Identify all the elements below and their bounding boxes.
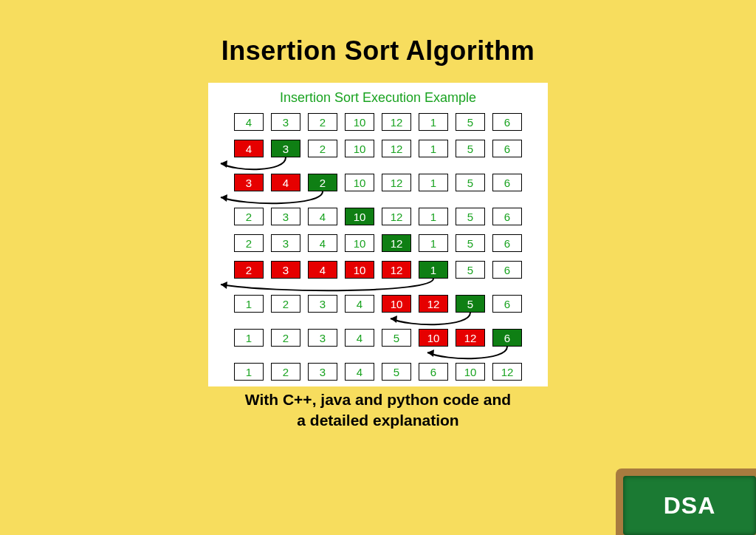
array-cell: 1 <box>419 208 448 225</box>
sort-step-row: 4321012156 <box>216 140 540 157</box>
sort-step-row: 3421012156 <box>216 174 540 191</box>
array-cell: 12 <box>492 363 522 381</box>
array-row: 1234510126 <box>216 329 540 347</box>
array-row: 4321012156 <box>216 140 540 157</box>
array-cell: 5 <box>456 234 485 252</box>
array-cell: 10 <box>345 174 374 191</box>
array-cell: 4 <box>345 329 374 347</box>
array-cell: 5 <box>456 113 485 131</box>
dsa-badge-text: DSA <box>664 492 716 519</box>
array-cell: 10 <box>382 295 411 313</box>
array-cell: 2 <box>308 140 337 157</box>
array-cell: 10 <box>456 363 485 381</box>
array-cell: 6 <box>492 174 522 191</box>
array-cell: 3 <box>271 234 300 252</box>
swap-arrow-icon <box>216 190 540 209</box>
array-cell: 2 <box>308 113 337 131</box>
array-cell: 4 <box>308 208 337 225</box>
swap-arrow-icon <box>216 311 540 330</box>
array-row: 2341012156 <box>216 208 540 225</box>
array-cell: 6 <box>492 113 522 131</box>
swap-arrow-icon <box>216 156 540 175</box>
sort-diagram-panel: Insertion Sort Execution Example 4321012… <box>208 83 548 386</box>
array-cell: 2 <box>308 174 337 191</box>
subtitle-line-1: With C++, java and python code and <box>0 389 756 410</box>
array-cell: 5 <box>382 329 411 347</box>
swap-arrow-icon <box>216 345 540 364</box>
array-cell: 4 <box>345 295 374 313</box>
sort-step-row: 1234561012 <box>216 363 540 381</box>
array-cell: 10 <box>345 234 374 252</box>
array-cell: 3 <box>308 295 337 313</box>
array-cell: 10 <box>345 140 374 157</box>
sort-step-row: 2341012156 <box>216 208 540 225</box>
array-cell: 3 <box>234 174 264 191</box>
array-cell: 1 <box>419 113 448 131</box>
array-cell: 1 <box>419 140 448 157</box>
array-cell: 12 <box>382 208 411 225</box>
array-cell: 5 <box>456 174 485 191</box>
array-row: 3421012156 <box>216 174 540 191</box>
array-cell: 4 <box>234 140 264 157</box>
array-cell: 12 <box>382 113 411 131</box>
array-cell: 5 <box>456 261 485 279</box>
page-title: Insertion Sort Algorithm <box>0 0 756 67</box>
array-cell: 1 <box>419 234 448 252</box>
array-cell: 12 <box>456 329 485 347</box>
array-cell: 4 <box>271 174 300 191</box>
array-cell: 4 <box>308 234 337 252</box>
dsa-badge-board: DSA <box>616 468 756 535</box>
array-cell: 12 <box>382 234 411 252</box>
array-cell: 3 <box>308 363 337 381</box>
array-cell: 2 <box>271 295 300 313</box>
array-cell: 10 <box>345 208 374 225</box>
array-cell: 5 <box>456 140 485 157</box>
array-cell: 3 <box>271 140 300 157</box>
array-cell: 6 <box>492 329 522 347</box>
array-cell: 2 <box>271 363 300 381</box>
array-cell: 1 <box>234 329 264 347</box>
swap-arrow-icon <box>216 277 540 296</box>
sort-step-row: 2341012156 <box>216 261 540 279</box>
sort-step-row: 1234510126 <box>216 329 540 347</box>
array-cell: 12 <box>382 174 411 191</box>
dsa-badge-inner: DSA <box>623 476 756 535</box>
array-row: 2341012156 <box>216 261 540 279</box>
rows-container: 4321012156432101215634210121562341012156… <box>216 113 540 381</box>
array-cell: 1 <box>234 363 264 381</box>
array-row: 4321012156 <box>216 113 540 131</box>
array-cell: 2 <box>234 208 264 225</box>
array-cell: 6 <box>492 261 522 279</box>
array-cell: 12 <box>382 261 411 279</box>
array-cell: 6 <box>492 208 522 225</box>
array-cell: 6 <box>492 295 522 313</box>
array-cell: 1 <box>234 295 264 313</box>
array-cell: 10 <box>345 261 374 279</box>
array-cell: 5 <box>456 208 485 225</box>
array-cell: 12 <box>382 140 411 157</box>
array-cell: 4 <box>345 363 374 381</box>
sort-step-row: 4321012156 <box>216 113 540 131</box>
array-cell: 3 <box>271 261 300 279</box>
array-cell: 3 <box>308 329 337 347</box>
array-cell: 3 <box>271 113 300 131</box>
array-cell: 2 <box>234 261 264 279</box>
sort-step-row: 1234101256 <box>216 295 540 313</box>
array-cell: 6 <box>492 234 522 252</box>
array-cell: 10 <box>419 329 448 347</box>
array-cell: 5 <box>382 363 411 381</box>
array-cell: 10 <box>345 113 374 131</box>
array-row: 1234561012 <box>216 363 540 381</box>
array-cell: 1 <box>419 174 448 191</box>
array-cell: 4 <box>308 261 337 279</box>
panel-title: Insertion Sort Execution Example <box>216 90 540 106</box>
array-row: 2341012156 <box>216 234 540 252</box>
sort-step-row: 2341012156 <box>216 234 540 252</box>
array-cell: 2 <box>271 329 300 347</box>
array-row: 1234101256 <box>216 295 540 313</box>
array-cell: 3 <box>271 208 300 225</box>
array-cell: 4 <box>234 113 264 131</box>
array-cell: 6 <box>419 363 448 381</box>
array-cell: 2 <box>234 234 264 252</box>
array-cell: 1 <box>419 261 448 279</box>
